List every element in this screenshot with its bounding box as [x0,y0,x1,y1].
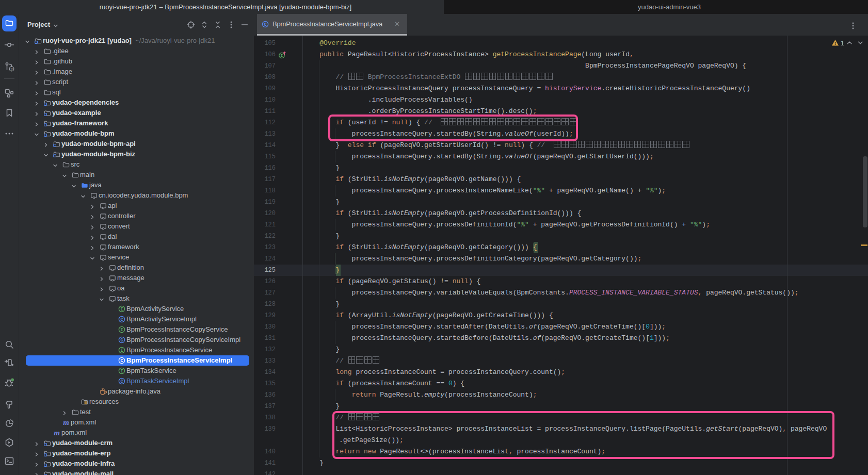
svg-text:C: C [264,22,266,27]
svg-text:C: C [120,379,123,384]
svg-text:?: ? [10,67,13,72]
svg-text:C: C [120,317,123,322]
svg-text:1: 1 [841,40,844,47]
svg-text:m: m [54,429,60,437]
svg-text:C: C [120,358,123,364]
svg-text:I: I [120,327,123,333]
svg-text:I: I [281,53,283,58]
svg-text:I: I [120,307,123,312]
svg-text:C: C [120,338,123,343]
svg-text:I: I [120,348,123,353]
svg-text:I: I [120,369,123,374]
svg-text:m: m [63,418,69,427]
